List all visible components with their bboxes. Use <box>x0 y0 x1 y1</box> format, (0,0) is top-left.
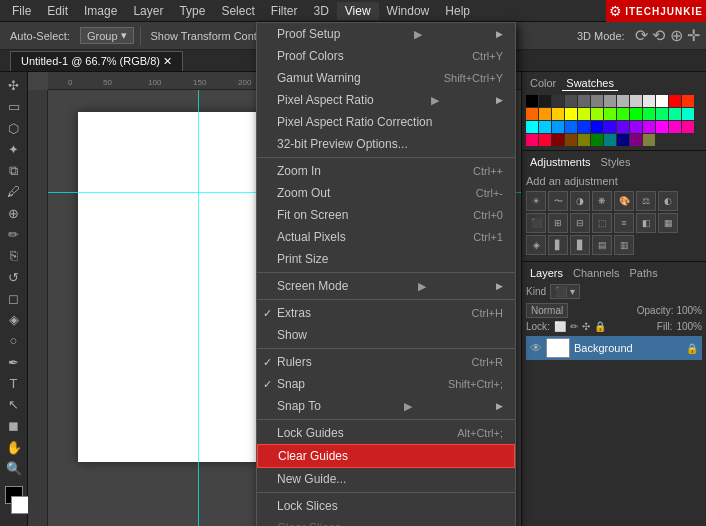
tool-hand[interactable]: ✋ <box>3 438 25 457</box>
menu-snap-to[interactable]: Snap To ▶ <box>257 395 515 417</box>
lock-brush-icon[interactable]: ✏ <box>570 321 578 332</box>
menu-proof-setup[interactable]: Proof Setup ▶ <box>257 23 515 45</box>
swatch-99ff00[interactable] <box>591 108 603 120</box>
menu-32bit-preview[interactable]: 32-bit Preview Options... <box>257 133 515 155</box>
menu-new-guide[interactable]: New Guide... <box>257 468 515 490</box>
view-dropdown-menu[interactable]: Proof Setup ▶ Proof Colors Ctrl+Y Gamut … <box>256 22 516 526</box>
tool-history-brush[interactable]: ↺ <box>3 267 25 286</box>
adj-brightness[interactable]: ☀ <box>526 191 546 211</box>
swatch-808080[interactable] <box>591 95 603 107</box>
swatch-00ffff[interactable] <box>526 121 538 133</box>
swatch-ff3300[interactable] <box>682 95 694 107</box>
swatch-4d4d4d[interactable] <box>565 95 577 107</box>
adj-invert[interactable]: ⬚ <box>592 213 612 233</box>
swatch-00ff66[interactable] <box>656 108 668 120</box>
swatch-ff0033[interactable] <box>539 134 551 146</box>
tab-styles[interactable]: Styles <box>597 155 635 169</box>
tool-clone[interactable]: ⎘ <box>3 246 25 265</box>
adj-color-lookup[interactable]: ⊟ <box>570 213 590 233</box>
swatch-ff9900[interactable] <box>539 108 551 120</box>
tool-brush[interactable]: ✏ <box>3 225 25 244</box>
tool-move[interactable]: ✣ <box>3 76 25 95</box>
swatch-00ff99[interactable] <box>669 108 681 120</box>
tool-eraser[interactable]: ◻ <box>3 289 25 308</box>
swatch-800080[interactable] <box>630 134 642 146</box>
swatch-33ff00[interactable] <box>617 108 629 120</box>
color-bg[interactable] <box>11 496 29 514</box>
menu-clear-slices[interactable]: Clear Slices <box>257 517 515 526</box>
menu-image[interactable]: Image <box>76 2 125 20</box>
adj-bw[interactable]: ◐ <box>658 191 678 211</box>
adj-levels2[interactable]: ▊ <box>570 235 590 255</box>
swatch-ff0000[interactable] <box>669 95 681 107</box>
tab-color[interactable]: Color <box>526 76 560 91</box>
swatch-808040[interactable] <box>643 134 655 146</box>
swatch-cccccc[interactable] <box>630 95 642 107</box>
swatch-804000[interactable] <box>565 134 577 146</box>
lock-all-icon[interactable]: 🔒 <box>594 321 606 332</box>
tab-channels[interactable]: Channels <box>569 266 623 280</box>
menu-show[interactable]: Show <box>257 324 515 346</box>
adj-exposure[interactable]: ◑ <box>570 191 590 211</box>
toolbar-group-btn[interactable]: Group ▾ <box>80 27 134 44</box>
adj-hsl[interactable]: 🎨 <box>614 191 634 211</box>
menu-3d[interactable]: 3D <box>305 2 336 20</box>
tool-heal[interactable]: ⊕ <box>3 204 25 223</box>
tab-swatches[interactable]: Swatches <box>562 76 618 91</box>
tool-dodge[interactable]: ○ <box>3 331 25 350</box>
swatch-000080[interactable] <box>617 134 629 146</box>
tool-type[interactable]: T <box>3 374 25 393</box>
tool-crop[interactable]: ⧉ <box>3 161 25 180</box>
swatch-cc00ff[interactable] <box>643 121 655 133</box>
menu-rulers[interactable]: Rulers Ctrl+R <box>257 351 515 373</box>
swatch-9900ff[interactable] <box>630 121 642 133</box>
menu-select[interactable]: Select <box>213 2 262 20</box>
swatch-ff00cc[interactable] <box>669 121 681 133</box>
swatch-ffff00[interactable] <box>565 108 577 120</box>
menu-file[interactable]: File <box>4 2 39 20</box>
swatch-ccff00[interactable] <box>578 108 590 120</box>
adj-channel-mixer[interactable]: ⊞ <box>548 213 568 233</box>
blend-mode-selector[interactable]: Normal <box>526 303 568 318</box>
swatch-e6e6e6[interactable] <box>643 95 655 107</box>
tool-magic-wand[interactable]: ✦ <box>3 140 25 159</box>
swatch-666666[interactable] <box>578 95 590 107</box>
fill-value[interactable]: 100% <box>676 321 702 332</box>
adj-selective-color[interactable]: ◈ <box>526 235 546 255</box>
tool-shape[interactable]: ◼ <box>3 416 25 435</box>
menu-filter[interactable]: Filter <box>263 2 306 20</box>
menu-pixel-aspect-ratio[interactable]: Pixel Aspect Ratio ▶ <box>257 89 515 111</box>
swatch-ffffff[interactable] <box>656 95 668 107</box>
swatch-ff6600[interactable] <box>526 108 538 120</box>
lock-transparent-icon[interactable]: ⬜ <box>554 321 566 332</box>
swatch-ffcc00[interactable] <box>552 108 564 120</box>
tool-pen[interactable]: ✒ <box>3 352 25 371</box>
menu-snap[interactable]: Snap Shift+Ctrl+; <box>257 373 515 395</box>
swatch-00ff33[interactable] <box>643 108 655 120</box>
adj-photo-filter[interactable]: ⬛ <box>526 213 546 233</box>
layer-visibility-icon[interactable]: 👁 <box>530 341 542 355</box>
menu-print-size[interactable]: Print Size <box>257 248 515 270</box>
swatch-3300ff[interactable] <box>604 121 616 133</box>
swatch-00ffcc[interactable] <box>682 108 694 120</box>
menu-view[interactable]: View <box>337 2 379 20</box>
menu-actual-pixels[interactable]: Actual Pixels Ctrl+1 <box>257 226 515 248</box>
swatch-ff0099[interactable] <box>682 121 694 133</box>
guide-vertical[interactable] <box>198 90 199 526</box>
swatch-6600ff[interactable] <box>617 121 629 133</box>
tool-marquee[interactable]: ▭ <box>3 97 25 116</box>
menu-edit[interactable]: Edit <box>39 2 76 20</box>
swatch-b3b3b3[interactable] <box>617 95 629 107</box>
swatch-00ff00[interactable] <box>630 108 642 120</box>
kind-selector[interactable]: ⬛ ▾ <box>550 284 580 299</box>
tab-layers[interactable]: Layers <box>526 266 567 280</box>
adj-posterize[interactable]: ≡ <box>614 213 634 233</box>
swatch-000000[interactable] <box>526 95 538 107</box>
menu-help[interactable]: Help <box>437 2 478 20</box>
swatch-008080[interactable] <box>604 134 616 146</box>
canvas-tab[interactable]: Untitled-1 @ 66.7% (RGB/8) ✕ <box>10 51 183 71</box>
swatch-1a1a1a[interactable] <box>539 95 551 107</box>
menu-zoom-in[interactable]: Zoom In Ctrl++ <box>257 160 515 182</box>
menu-lock-guides[interactable]: Lock Guides Alt+Ctrl+; <box>257 422 515 444</box>
swatch-800000[interactable] <box>552 134 564 146</box>
